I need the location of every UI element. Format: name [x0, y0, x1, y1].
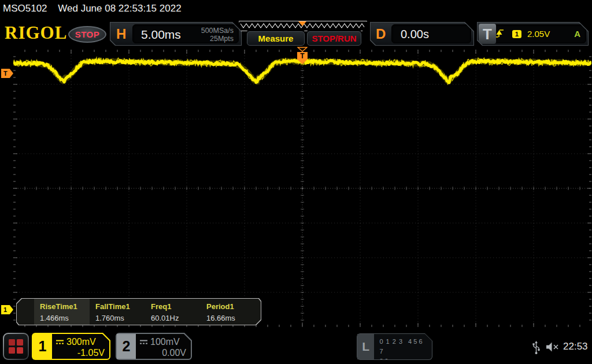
measurement-item[interactable]: FallTime11.760ms [90, 299, 145, 325]
menu-grid-button[interactable] [3, 333, 29, 360]
trigger-level-marker[interactable]: T [1, 69, 13, 78]
waveform-overview-group: Measure STOP/RUN [239, 20, 367, 47]
measurement-label: Freq1 [151, 302, 201, 311]
measurement-grid: RiseTime11.466msFallTime11.760msFreq160.… [34, 299, 256, 325]
measurement-label: FallTime1 [95, 302, 145, 311]
channel1-scale-row: 300mV [56, 336, 105, 347]
measurement-item[interactable]: Period116.66ms [201, 299, 256, 325]
dc-coupling-icon [56, 339, 64, 345]
measurement-value: 1.466ms [40, 314, 90, 322]
trigger-sweep-mode: A [574, 29, 580, 39]
acquisition-info: 500MSa/s 25Mpts [201, 25, 238, 43]
measurement-label: RiseTime1 [40, 302, 90, 311]
status-bar: MSO5102 Wed June 08 22:53:15 2022 [0, 0, 592, 17]
logic-group-0-3: 0 1 2 3 [379, 338, 403, 345]
measurement-value: 1.760ms [95, 314, 145, 322]
usb-icon [532, 339, 541, 355]
menu-grid-icon [4, 334, 28, 359]
timebase-value: 5.00ms [133, 25, 181, 43]
delay-block[interactable]: D 0.00s [370, 22, 474, 46]
trigger-label: T [479, 24, 496, 44]
channel1-button[interactable]: 1 300mV -1.05V [32, 333, 110, 360]
channel2-button[interactable]: 2 100mV 0.00V [116, 333, 192, 360]
trigger-block[interactable]: 1 2.05V A T [477, 22, 589, 46]
trigger-position-triangle-icon[interactable] [297, 47, 308, 52]
channel2-number: 2 [117, 334, 136, 359]
sample-rate: 500MSa/s [201, 27, 234, 35]
graticule-and-trace [13, 50, 591, 327]
dc-coupling-icon [139, 339, 148, 345]
horizontal-label: H [116, 26, 126, 42]
measurement-panel[interactable]: RiseTime11.466msFallTime11.760msFreq160.… [16, 298, 261, 325]
trigger-source-badge: 1 [512, 30, 521, 38]
sound-muted-icon [545, 341, 560, 352]
measurement-item[interactable]: RiseTime11.466ms [34, 299, 90, 325]
logic-group-8-11: 8 9 1011 [379, 358, 393, 364]
logic-channels-button[interactable]: L 0 1 2 34 5 6 7 8 9 101112131415 [357, 333, 432, 360]
channel1-offset-marker[interactable]: 1 [1, 305, 13, 314]
waveform-display-area[interactable] [13, 50, 591, 327]
model-name: MSO5102 [3, 3, 47, 14]
horizontal-settings-block[interactable]: H 5.00ms 500MSa/s 25Mpts [110, 22, 242, 46]
delay-label: D [376, 26, 386, 42]
run-state-badge: STOP [68, 26, 106, 43]
memory-depth: 25Mpts [201, 35, 234, 43]
channel2-offset: 0.00V [139, 347, 186, 358]
channel1-number: 1 [33, 334, 52, 359]
measurement-label: Period1 [206, 302, 256, 311]
channel1-scale: 300mV [66, 337, 96, 347]
channel1-offset: -1.05V [56, 347, 105, 358]
datetime-text: Wed June 08 22:53:15 2022 [58, 3, 181, 14]
trigger-level-value: 2.05V [527, 29, 550, 39]
rigol-logo: RIGOL [5, 23, 67, 43]
measurement-value: 60.01Hz [151, 314, 201, 322]
measurement-value: 16.66ms [206, 314, 256, 322]
channel2-scale-row: 100mV [139, 336, 186, 347]
overview-position-marker-icon[interactable] [298, 21, 306, 26]
system-tray: 22:53 [532, 337, 590, 356]
measure-button[interactable]: Measure [247, 31, 305, 46]
logic-label: L [357, 334, 374, 359]
logic-channel-numbers: 0 1 2 34 5 6 7 8 9 101112131415 [374, 334, 432, 359]
clock-time: 22:53 [563, 341, 588, 352]
channel2-scale: 100mV [150, 337, 180, 347]
delay-value: 0.00s [392, 28, 429, 40]
stop-run-button[interactable]: STOP/RUN [307, 31, 361, 46]
measurement-item[interactable]: Freq160.01Hz [145, 299, 201, 325]
